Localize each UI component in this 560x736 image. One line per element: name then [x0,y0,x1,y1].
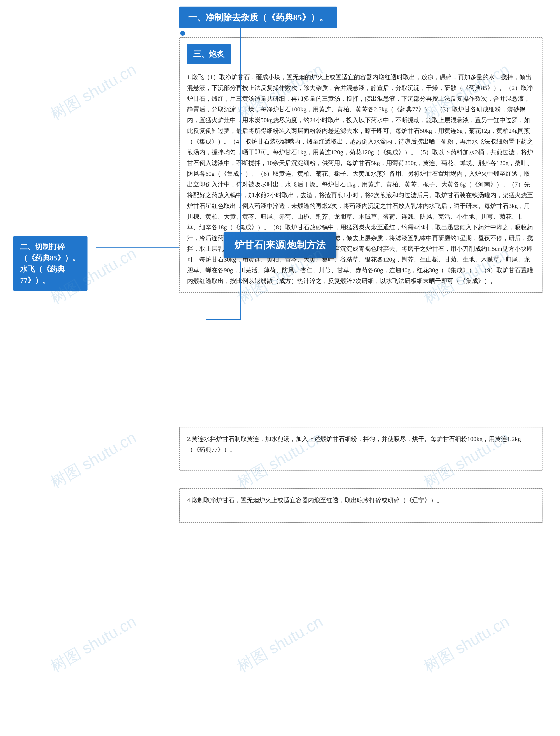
section3-header-inline: 三、炮炙 [187,44,535,68]
mindmap-container: 一、净制除去杂质（《药典85》）。 三、炮炙 1.煅飞（1）取净炉甘石，砸成小块… [0,0,560,700]
section1-title: 一、净制除去杂质（《药典85》）。 [179,7,337,28]
textbox2-content: 2.黄连水拌炉甘石制取黄连，加水煎汤，加入上述煅炉甘石细粉，拌匀，并使吸尽，烘干… [187,434,535,455]
textbox3: 4.煅制取净炉甘石，置无烟炉火上或适宜容器内煅至红透，取出晾冷打碎或研碎（《辽宁… [179,488,543,523]
section2-node: 二、切制打碎（《药典85》）。水飞（《药典77》）。 [13,236,87,291]
center-node-label: 炉甘石|来源|炮制方法 [235,240,325,250]
center-node: 炉甘石|来源|炮制方法 [224,232,336,258]
section3-title-text: 三、炮炙 [187,44,231,64]
section1-dot [180,31,185,36]
textbox2: 2.黄连水拌炉甘石制取黄连，加水煎汤，加入上述煅炉甘石细粉，拌匀，并使吸尽，烘干… [179,427,543,471]
section1-title-text: 一、净制除去杂质（《药典85》）。 [188,12,328,22]
textbox3-content: 4.煅制取净炉甘石，置无烟炉火上或适宜容器内煅至红透，取出晾冷打碎或研碎（《辽宁… [187,495,535,506]
section1-header: 一、净制除去杂质（《药典85》）。 [179,7,337,36]
section2-title-text: 二、切制打碎（《药典85》）。水飞（《药典77》）。 [20,243,80,284]
